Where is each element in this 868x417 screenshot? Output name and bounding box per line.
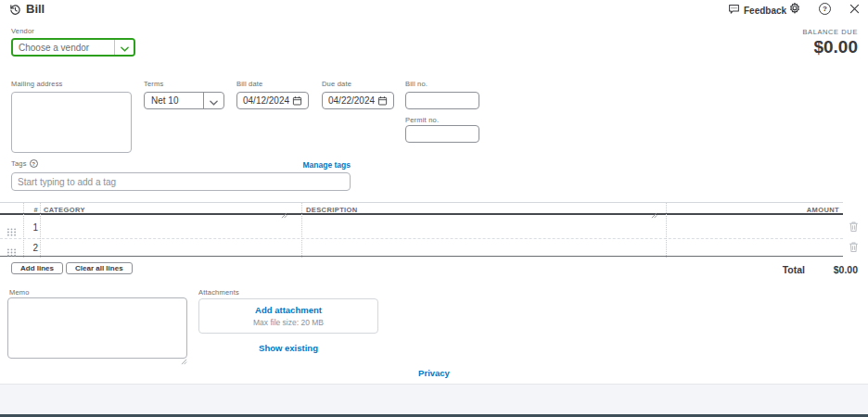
row-category-cell[interactable]	[41, 238, 300, 259]
terms-dropdown-button[interactable]	[203, 93, 223, 108]
privacy-link[interactable]: Privacy	[418, 368, 450, 378]
terms-select[interactable]: Net 10	[144, 92, 224, 109]
balance-due-amount: $0.00	[813, 37, 858, 57]
feedback-button[interactable]: Feedback	[728, 3, 786, 18]
vendor-label: Vendor	[11, 27, 34, 35]
row-amount-cell[interactable]	[667, 217, 841, 237]
mailing-address-label: Mailing address	[11, 80, 63, 88]
vendor-combobox[interactable]	[11, 38, 135, 57]
gear-icon	[788, 4, 801, 18]
close-button[interactable]	[849, 3, 861, 15]
vendor-dropdown-button[interactable]	[114, 40, 134, 55]
tags-label: Tags	[11, 159, 27, 168]
permit-no-label: Permit no.	[405, 116, 439, 124]
table-row: 2	[0, 238, 843, 258]
calendar-icon[interactable]	[377, 95, 388, 106]
due-date-field[interactable]	[322, 92, 394, 109]
tags-field[interactable]	[11, 172, 351, 191]
memo-label: Memo	[9, 288, 30, 297]
page-title: Bill	[26, 2, 45, 16]
feedback-icon	[728, 3, 740, 18]
bill-no-input[interactable]	[412, 95, 473, 106]
bill-no-label: Bill no.	[405, 80, 428, 88]
row-amount-cell[interactable]	[667, 238, 841, 259]
row-number: 2	[23, 243, 38, 253]
vendor-input[interactable]	[13, 40, 114, 55]
manage-tags-link[interactable]: Manage tags	[303, 160, 351, 170]
delete-line-button[interactable]	[849, 221, 859, 233]
row-description-cell[interactable]	[302, 238, 665, 259]
permit-no-input[interactable]	[412, 129, 473, 139]
chevron-down-icon	[210, 93, 218, 109]
show-existing-link[interactable]: Show existing	[259, 343, 318, 353]
trash-icon	[849, 221, 859, 235]
row-number: 1	[23, 222, 38, 233]
terms-value: Net 10	[145, 93, 203, 108]
attachment-dropzone[interactable]: Add attachment Max file size: 20 MB	[198, 298, 378, 334]
bill-date-field[interactable]	[236, 92, 309, 109]
feedback-label: Feedback	[744, 6, 786, 16]
add-attachment-link[interactable]: Add attachment	[255, 305, 322, 315]
calendar-icon[interactable]	[292, 95, 302, 106]
total-value: $0.00	[834, 264, 858, 275]
clear-all-lines-button[interactable]: Clear all lines	[66, 262, 133, 274]
drag-handle-icon[interactable]	[6, 244, 17, 260]
tags-help-icon[interactable]: ?	[30, 159, 38, 168]
settings-button[interactable]	[788, 2, 801, 15]
close-icon	[849, 4, 861, 18]
permit-no-field[interactable]	[405, 125, 479, 143]
terms-label: Terms	[144, 80, 163, 88]
attachments-label: Attachments	[198, 288, 239, 297]
row-category-cell[interactable]	[41, 217, 300, 237]
table-header-row: # CATEGORY DESCRIPTION AMOUNT	[0, 203, 843, 215]
column-header-number: #	[23, 206, 38, 214]
help-icon: ?	[819, 3, 831, 15]
bill-date-label: Bill date	[236, 80, 262, 88]
balance-due-label: BALANCE DUE	[802, 28, 858, 36]
row-description-cell[interactable]	[302, 217, 665, 237]
bill-page: Bill Feedback ? BALANCE	[0, 0, 868, 417]
recent-transactions-button[interactable]	[9, 4, 21, 16]
footer-band	[0, 384, 868, 414]
memo-textarea[interactable]	[7, 297, 187, 359]
delete-line-button[interactable]	[849, 241, 859, 253]
help-button[interactable]: ?	[819, 3, 831, 15]
bill-date-input[interactable]	[243, 95, 292, 106]
table-row: 1	[0, 217, 843, 237]
total-label: Total	[783, 264, 805, 275]
due-date-label: Due date	[322, 80, 351, 88]
history-clock-icon	[9, 5, 21, 19]
chevron-down-icon	[121, 39, 129, 56]
mailing-address-textarea[interactable]	[11, 92, 132, 153]
max-file-size-text: Max file size: 20 MB	[253, 318, 324, 327]
due-date-input[interactable]	[328, 95, 377, 106]
add-lines-button[interactable]: Add lines	[11, 262, 63, 274]
column-header-description: DESCRIPTION	[306, 206, 358, 214]
tags-input[interactable]	[18, 177, 344, 187]
bill-no-field[interactable]	[405, 92, 479, 109]
column-header-category: CATEGORY	[44, 206, 85, 214]
trash-icon	[849, 242, 859, 256]
line-items-table: # CATEGORY DESCRIPTION AMOUNT 1	[0, 202, 843, 257]
column-header-amount: AMOUNT	[807, 206, 839, 214]
